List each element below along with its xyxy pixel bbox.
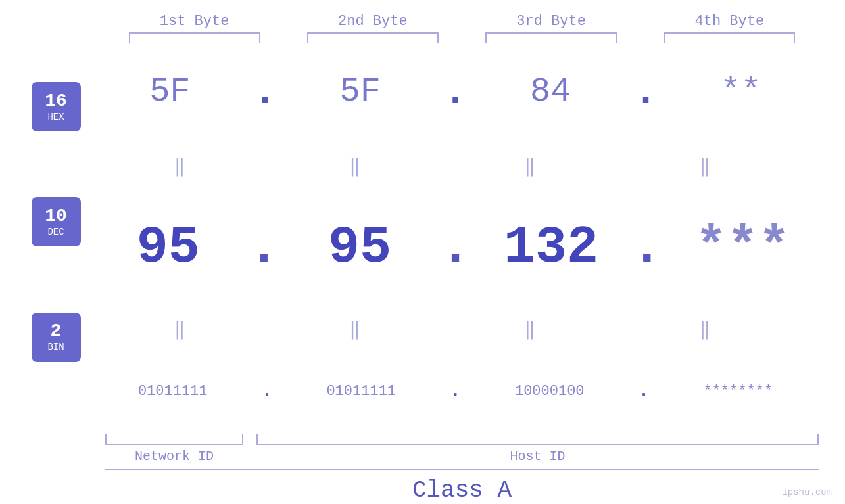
- eq2-b1: ‖: [114, 318, 245, 340]
- bottom-bracket-network: [105, 434, 243, 445]
- dec-b1-value: 95: [137, 218, 200, 277]
- content-area: 16 HEX 10 DEC 2 BIN 5F . 5F: [0, 49, 845, 434]
- byte-headers: 1st Byte 2nd Byte 3rd Byte 4th Byte: [0, 13, 845, 30]
- bottom-section: Network ID Host ID Class A: [0, 434, 845, 504]
- bin-b4-cell: ********: [672, 383, 804, 400]
- hex-b2-cell: 5F: [295, 72, 426, 111]
- hex-b1-value: 5F: [149, 72, 190, 111]
- bracket-b3: [485, 32, 617, 43]
- dec-b4-cell: ***: [677, 218, 808, 277]
- bin-dot2: .: [450, 381, 461, 401]
- bin-dot1: .: [262, 381, 272, 401]
- badges-column: 16 HEX 10 DEC 2 BIN: [0, 49, 92, 434]
- hex-dot3: .: [634, 70, 658, 114]
- main-container: 1st Byte 2nd Byte 3rd Byte 4th Byte 16 H…: [0, 0, 845, 504]
- watermark: ipshu.com: [782, 487, 832, 497]
- bin-b3-value: 10000100: [515, 383, 585, 400]
- class-row: Class A: [105, 469, 819, 504]
- bottom-bracket-host: [256, 434, 819, 445]
- dec-badge: 10 DEC: [32, 197, 81, 246]
- bracket-b2: [307, 32, 439, 43]
- hex-b2-value: 5F: [340, 72, 381, 111]
- byte1-header: 1st Byte: [129, 13, 260, 30]
- hex-badge-number: 16: [45, 92, 67, 110]
- byte2-header: 2nd Byte: [307, 13, 439, 30]
- eq1-b4: ‖: [639, 155, 771, 177]
- hex-b4-value: **: [720, 72, 761, 111]
- eq1-b2: ‖: [289, 155, 420, 177]
- hex-b1-cell: 5F: [104, 72, 235, 111]
- bracket-b4: [664, 32, 795, 43]
- byte3-header: 3rd Byte: [485, 13, 617, 30]
- bin-row: 01011111 . 01011111 . 10000100 . *******…: [92, 381, 819, 401]
- hex-dot1: .: [253, 70, 277, 114]
- dec-dot1: .: [248, 218, 279, 277]
- host-id-label: Host ID: [256, 449, 819, 464]
- bin-b1-value: 01011111: [138, 383, 208, 400]
- equals-row-1: ‖ ‖ ‖ ‖: [92, 155, 819, 177]
- dec-dot3: .: [631, 218, 663, 277]
- bin-b4-value: ********: [703, 383, 773, 400]
- bin-b1-cell: 01011111: [107, 383, 239, 400]
- bin-b2-cell: 01011111: [295, 383, 427, 400]
- dec-b1-cell: 95: [103, 218, 234, 277]
- dec-dot2: .: [439, 218, 471, 277]
- network-id-label: Network ID: [105, 449, 243, 464]
- dec-row: 95 . 95 . 132 . ***: [92, 218, 819, 277]
- bin-badge-number: 2: [51, 322, 62, 340]
- class-label: Class A: [412, 477, 512, 504]
- top-brackets: [0, 32, 845, 43]
- eq1-b1: ‖: [114, 155, 245, 177]
- dec-b4-value: ***: [695, 218, 790, 277]
- dec-badge-label: DEC: [47, 227, 64, 237]
- dec-b3-value: 132: [504, 218, 598, 277]
- eq1-b3: ‖: [464, 155, 596, 177]
- hex-b3-cell: 84: [485, 72, 616, 111]
- bracket-b1: [129, 32, 260, 43]
- dec-b2-value: 95: [328, 218, 391, 277]
- eq2-b3: ‖: [464, 318, 596, 340]
- bin-b3-cell: 10000100: [484, 383, 616, 400]
- bin-badge: 2 BIN: [32, 313, 81, 362]
- dec-b2-cell: 95: [294, 218, 425, 277]
- hex-b4-cell: **: [675, 72, 807, 111]
- eq2-b2: ‖: [289, 318, 420, 340]
- hex-badge: 16 HEX: [32, 82, 81, 131]
- dec-badge-number: 10: [45, 207, 67, 225]
- hex-b3-value: 84: [530, 72, 571, 111]
- dec-b3-cell: 132: [485, 218, 617, 277]
- hex-badge-label: HEX: [47, 112, 64, 122]
- hex-dot2: .: [443, 70, 467, 114]
- equals-row-2: ‖ ‖ ‖ ‖: [92, 318, 819, 340]
- bin-dot3: .: [639, 381, 649, 401]
- byte4-header: 4th Byte: [664, 13, 795, 30]
- eq2-b4: ‖: [639, 318, 771, 340]
- hex-row: 5F . 5F . 84 . **: [92, 70, 819, 114]
- bin-badge-label: BIN: [47, 342, 64, 352]
- bin-b2-value: 01011111: [326, 383, 396, 400]
- data-rows: 5F . 5F . 84 . ** ‖ ‖ ‖ ‖: [92, 49, 845, 434]
